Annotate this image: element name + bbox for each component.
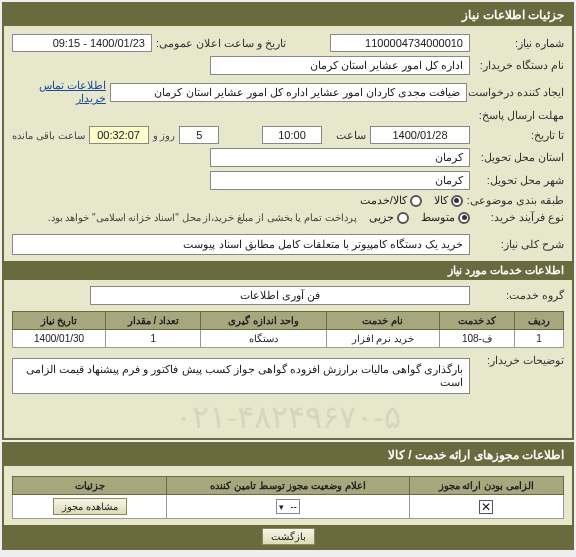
buyer-org-label: نام دستگاه خریدار: xyxy=(474,59,564,72)
td-details: مشاهده مجوز xyxy=(13,495,167,519)
topic-class-label: طبقه بندی موضوعی: xyxy=(467,194,564,207)
footer-bar: بازگشت xyxy=(4,525,572,548)
checkbox-mandatory[interactable]: ✕ xyxy=(479,500,493,514)
radio-medium[interactable]: متوسط xyxy=(421,211,470,224)
purchase-type-label: نوع فرآیند خرید: xyxy=(474,211,564,224)
time-label: ساعت xyxy=(326,129,366,142)
services-table: ردیف کد خدمت نام خدمت واحد اندازه گیری ت… xyxy=(12,311,564,348)
buyer-notes-value: بارگذاری گواهی مالیات برارزش افزوده گواه… xyxy=(12,358,470,394)
overall-desc-label: شرح کلی نیاز: xyxy=(474,238,564,251)
purchase-type-group: متوسط جزیی xyxy=(369,211,470,224)
td-mandatory: ✕ xyxy=(409,495,563,519)
th-name: نام خدمت xyxy=(326,312,439,330)
deliv-prov-label: استان محل تحویل: xyxy=(474,151,564,164)
buyer-org-value: اداره کل امور عشایر استان کرمان xyxy=(210,56,470,75)
radio-icon xyxy=(397,212,409,224)
need-no-value: 1100004734000010 xyxy=(330,34,470,52)
deliv-city-label: شهر محل تحویل: xyxy=(474,174,564,187)
td-unit: دستگاه xyxy=(201,330,327,348)
th-mandatory: الزامی بودن ارائه مجوز xyxy=(409,477,563,495)
radio-goods-service-label: کالا/خدمت xyxy=(360,194,407,207)
th-date: تاریخ نیاز xyxy=(13,312,106,330)
th-status: اعلام وضعیت مجوز توسط تامین کننده xyxy=(167,477,409,495)
radio-goods[interactable]: کالا xyxy=(434,194,463,207)
buyer-notes-label: توضیحات خریدار: xyxy=(474,354,564,367)
radio-icon xyxy=(458,212,470,224)
service-group-value: فن آوری اطلاعات xyxy=(90,286,470,305)
to-time-value: 10:00 xyxy=(262,126,322,144)
service-group-label: گروه خدمت: xyxy=(474,289,564,302)
main-header: جزئیات اطلاعات نیاز xyxy=(4,4,572,26)
td-status: -- xyxy=(167,495,409,519)
permits-header: اطلاعات مجوزهای ارائه خدمت / کالا xyxy=(4,444,572,466)
watermark-phone: ۰۲۱-۴۸۲۴۹۶۷۰-۵ xyxy=(12,398,564,436)
status-dropdown[interactable]: -- xyxy=(276,499,300,514)
deliv-prov-value: کرمان xyxy=(210,148,470,167)
to-date-label: تا تاریخ: xyxy=(474,129,564,142)
remaining-label: ساعت باقی مانده xyxy=(12,130,85,141)
remaining-value: 00:32:07 xyxy=(89,126,149,144)
radio-goods-service[interactable]: کالا/خدمت xyxy=(360,194,422,207)
view-permit-button[interactable]: مشاهده مجوز xyxy=(53,498,127,515)
table-row: 1 ف-108 خرید نرم افزار دستگاه 1 1400/01/… xyxy=(13,330,564,348)
th-row: ردیف xyxy=(515,312,564,330)
radio-small[interactable]: جزیی xyxy=(369,211,409,224)
th-code: کد خدمت xyxy=(439,312,514,330)
td-date: 1400/01/30 xyxy=(13,330,106,348)
radio-medium-label: متوسط xyxy=(421,211,455,224)
announce-value: 1400/01/23 - 09:15 xyxy=(12,34,152,52)
radio-icon xyxy=(410,195,422,207)
services-header: اطلاعات خدمات مورد نیاز xyxy=(4,261,572,280)
day-label: روز و xyxy=(153,130,176,141)
td-name: خرید نرم افزار xyxy=(326,330,439,348)
deliv-city-value: کرمان xyxy=(210,171,470,190)
day-count-value: 5 xyxy=(179,126,219,144)
radio-goods-label: کالا xyxy=(434,194,448,207)
purchase-note: پرداخت تمام یا بخشی از مبلغ خرید،از محل … xyxy=(48,212,357,223)
contact-link[interactable]: اطلاعات تماس خریدار xyxy=(12,79,106,105)
th-unit: واحد اندازه گیری xyxy=(201,312,327,330)
topic-class-group: کالا کالا/خدمت xyxy=(360,194,463,207)
deadline-label: مهلت ارسال پاسخ: xyxy=(474,109,564,122)
back-button[interactable]: بازگشت xyxy=(262,528,315,545)
overall-desc-value: خرید یک دستگاه کامپیوتر با متعلقات کامل … xyxy=(12,234,470,255)
table-row: ✕ -- مشاهده مجوز xyxy=(13,495,564,519)
permits-table: الزامی بودن ارائه مجوز اعلام وضعیت مجوز … xyxy=(12,476,564,519)
td-qty: 1 xyxy=(106,330,201,348)
creator-label: ایجاد کننده درخواست: xyxy=(471,86,564,99)
td-code: ف-108 xyxy=(439,330,514,348)
th-details: جزئیات xyxy=(13,477,167,495)
th-qty: تعداد / مقدار xyxy=(106,312,201,330)
to-date-value: 1400/01/28 xyxy=(370,126,470,144)
radio-small-label: جزیی xyxy=(369,211,394,224)
td-row: 1 xyxy=(515,330,564,348)
creator-value: ضیافت مجدی کاردان امور عشایر اداره کل ام… xyxy=(110,83,467,102)
need-no-label: شماره نیاز: xyxy=(474,37,564,50)
announce-label: تاریخ و ساعت اعلان عمومی: xyxy=(156,37,286,50)
radio-icon xyxy=(451,195,463,207)
